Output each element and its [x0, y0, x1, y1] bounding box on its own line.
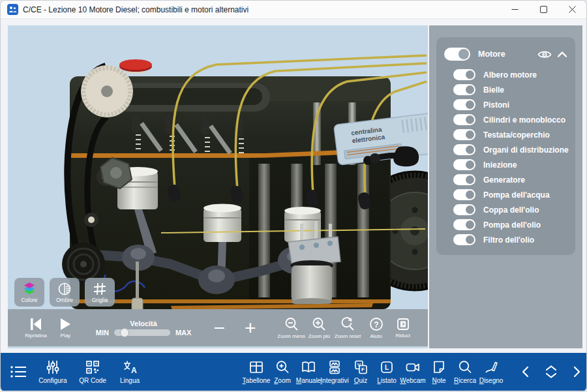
visibility-eye-icon[interactable]: 0	[537, 50, 552, 59]
layer-row-pompa-olio[interactable]: Pompa dell'olio	[436, 217, 575, 232]
menu-list-icon	[10, 364, 27, 380]
ripristina-button[interactable]: Ripristina	[20, 318, 52, 339]
zoom-reset-button[interactable]: Zoom reset	[333, 317, 363, 339]
layer-toggle[interactable]	[453, 159, 475, 170]
layers-panel: Motore 0 Albero motore	[436, 37, 575, 255]
viewport-3d[interactable]: centralina elettronica	[8, 25, 428, 348]
ombre-label: Ombre	[56, 297, 73, 303]
help-label: Aiuto	[370, 333, 382, 339]
layer-row-coppa-olio[interactable]: Coppa dell'olio	[436, 202, 575, 217]
chevron-up-icon[interactable]	[557, 51, 567, 58]
integrativi-label: Integrativi	[320, 377, 348, 384]
svg-text:F: F	[361, 367, 365, 372]
zoom-label: Zoom	[274, 377, 291, 384]
speed-max-label: MAX	[175, 329, 191, 337]
layer-row-pistoni[interactable]: Pistoni	[436, 97, 575, 112]
layers-column: Motore 0 Albero motore	[429, 25, 582, 348]
titlebar: C/CE - Lezione 10 Motore Diesel; combust…	[1, 1, 586, 19]
webcam-button[interactable]: Webcam	[400, 359, 426, 384]
maximize-button[interactable]	[529, 1, 558, 18]
help-button[interactable]: ? Aiuto	[363, 317, 389, 339]
oil-filler-cap	[119, 59, 152, 74]
minimize-button[interactable]	[500, 1, 529, 18]
layer-toggle[interactable]	[453, 69, 475, 80]
skip-start-icon	[29, 318, 43, 331]
layer-toggle[interactable]	[453, 219, 475, 230]
layers-color-icon	[22, 282, 37, 296]
layer-row-cilindri[interactable]: Cilindri e monoblocco	[436, 112, 575, 127]
zoom-in-button[interactable]: Zoom più	[306, 317, 333, 339]
listato-button[interactable]: L Listato	[374, 359, 400, 384]
layer-toggle[interactable]	[453, 234, 475, 245]
ombre-button[interactable]: Ombre	[50, 278, 80, 307]
griglia-button[interactable]: Griglia	[85, 278, 115, 307]
configura-button[interactable]: Configura	[36, 359, 70, 384]
note-label: Note	[432, 377, 445, 384]
layer-toggle[interactable]	[453, 174, 475, 185]
collapse-icon	[397, 318, 410, 331]
ricerca-button[interactable]: Ricerca	[452, 359, 478, 384]
window-title: C/CE - Lezione 10 Motore Diesel; combust…	[23, 5, 248, 14]
tabellone-label: Tabellone	[243, 377, 271, 384]
colore-label: Colore	[21, 297, 37, 303]
zoom-button[interactable]: Zoom	[269, 359, 295, 384]
disegno-label: Disegno	[479, 377, 504, 384]
layer-toggle[interactable]	[453, 99, 475, 110]
expand-collapse-button[interactable]	[539, 363, 564, 381]
motore-master-toggle[interactable]	[444, 48, 470, 61]
menu-button[interactable]	[7, 364, 29, 380]
layer-row-albero-motore[interactable]: Albero motore	[436, 67, 575, 82]
note-button[interactable]: Note	[426, 359, 452, 384]
zoom-out-icon	[284, 317, 299, 331]
play-button[interactable]: Play	[52, 318, 79, 339]
layer-toggle[interactable]	[453, 204, 475, 215]
layer-row-distribuzione[interactable]: Organi di distribuzione	[436, 142, 575, 157]
video-camera-icon	[405, 359, 421, 375]
help-icon: ?	[369, 317, 384, 331]
speed-min-label: MIN	[96, 329, 109, 337]
quiz-button[interactable]: V F Quiz	[348, 359, 374, 384]
svg-text:?: ?	[374, 320, 378, 329]
shading-icon	[57, 282, 72, 296]
search-icon	[457, 359, 473, 375]
manuale-label: Manuale	[296, 377, 321, 384]
listato-label: Listato	[377, 377, 396, 384]
lingua-label: Lingua	[120, 377, 140, 384]
layer-row-filtro-olio[interactable]: Filtro dell'olio	[436, 232, 575, 247]
qr-code-button[interactable]: QR Code	[76, 359, 109, 384]
layers-panel-header: Motore 0	[436, 42, 575, 67]
speed-decrease-button[interactable]: −	[213, 322, 225, 335]
layer-toggle[interactable]	[453, 189, 475, 200]
layer-toggle[interactable]	[453, 144, 475, 155]
integrativi-button[interactable]: Integrativi	[322, 359, 348, 384]
speed-slider-knob[interactable]	[120, 328, 129, 337]
ripristina-label: Ripristina	[25, 333, 46, 339]
pen-draw-icon	[483, 359, 499, 375]
configura-label: Configura	[38, 377, 67, 384]
layer-toggle[interactable]	[453, 129, 475, 140]
layer-row-bielle[interactable]: Bielle	[436, 82, 575, 97]
layer-row-pompa-acqua[interactable]: Pompa dell'acqua	[436, 187, 575, 202]
layer-row-testata[interactable]: Testata/coperchio	[436, 127, 575, 142]
manuale-button[interactable]: Manuale	[295, 359, 322, 384]
prev-button[interactable]	[513, 363, 538, 381]
layer-toggle[interactable]	[453, 114, 475, 125]
layer-toggle[interactable]	[453, 84, 475, 95]
minimize-icon	[511, 6, 519, 13]
zoom-in-label: Zoom più	[309, 333, 330, 339]
layer-row-iniezione[interactable]: Iniezione	[436, 157, 575, 172]
zoom-out-button[interactable]: Zoom meno	[277, 317, 305, 339]
close-button[interactable]	[558, 1, 586, 18]
chevrons-up-down-icon	[543, 363, 560, 381]
speed-increase-button[interactable]: +	[245, 322, 256, 335]
zoom-reset-label: Zoom reset	[335, 333, 361, 339]
riduci-button[interactable]: Riduci	[389, 318, 416, 339]
disegno-button[interactable]: Disegno	[478, 359, 504, 384]
lingua-button[interactable]: A Lingua	[115, 359, 144, 384]
tabellone-button[interactable]: Tabellone	[243, 359, 269, 384]
speed-slider[interactable]	[114, 329, 170, 336]
colore-button[interactable]: Colore	[14, 278, 44, 307]
next-button[interactable]	[564, 363, 587, 381]
app-window: C/CE - Lezione 10 Motore Diesel; combust…	[0, 0, 587, 392]
layer-row-generatore[interactable]: Generatore	[436, 172, 575, 187]
